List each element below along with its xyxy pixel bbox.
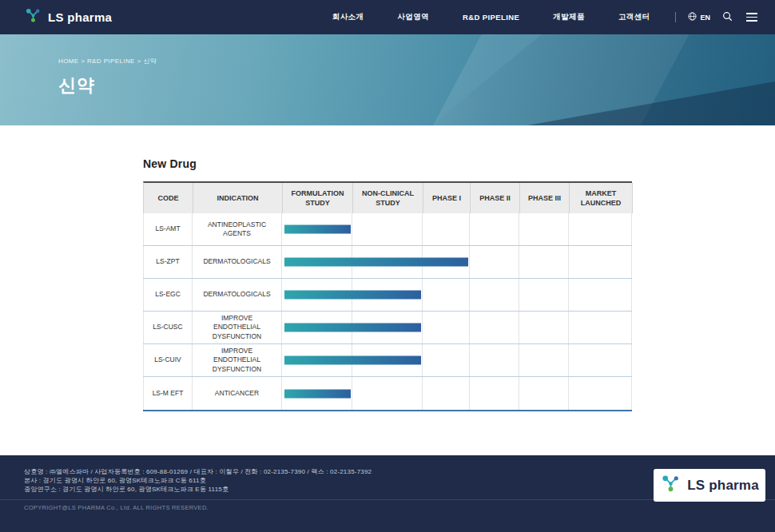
phase-cell xyxy=(470,246,519,278)
indication-cell: IMPROVE ENDOTHELIAL DYSFUNCTION xyxy=(193,344,282,376)
indication-cell: DERMATOLOGICALS xyxy=(193,279,282,311)
indication-cell: ANTICANCER xyxy=(193,377,282,410)
header-logo[interactable]: LS pharma xyxy=(24,6,112,28)
phase-cell xyxy=(569,279,632,311)
progress-bar xyxy=(284,389,351,398)
phase-cell xyxy=(569,246,632,278)
language-button[interactable]: EN xyxy=(688,12,710,22)
main-nav: 회사소개사업영역R&D PIPELINE개발제품고객센터 xyxy=(332,12,650,22)
footer-logo-text: LS pharma xyxy=(687,478,759,494)
nav-item-1[interactable]: 회사소개 xyxy=(332,12,364,22)
indication-cell: IMPROVE ENDOTHELIAL DYSFUNCTION xyxy=(193,312,282,343)
hamburger-icon xyxy=(746,13,757,14)
code-cell: LS-CUSC xyxy=(143,312,193,343)
footer-info-line: 중앙연구소 : 경기도 광명시 하안로 60, 광명SK테크노파크 E동 111… xyxy=(24,485,372,494)
column-header: FORMULATION STUDY xyxy=(283,183,353,213)
code-cell: LS-M EFT xyxy=(143,377,193,410)
globe-icon xyxy=(688,12,697,22)
phase-cell xyxy=(423,344,470,376)
column-header: INDICATION xyxy=(193,183,283,213)
code-cell: LS-CUIV xyxy=(143,344,193,376)
column-header: PHASE II xyxy=(471,183,520,213)
progress-bar xyxy=(284,324,421,332)
footer-copyright: COPYRIGHT@LS PHARMA Co., Ltd. ALL RIGHTS… xyxy=(24,504,209,511)
molecule-logo-icon xyxy=(660,473,682,498)
column-header: PHASE I xyxy=(423,183,471,213)
column-header: CODE xyxy=(144,183,193,213)
column-header: PHASE III xyxy=(520,183,570,213)
phase-cell xyxy=(569,377,632,410)
indication-cell: DERMATOLOGICALS xyxy=(193,246,282,278)
pipeline-table-header: CODEINDICATIONFORMULATION STUDYNON-CLINI… xyxy=(143,181,632,213)
main-content: New Drug CODEINDICATIONFORMULATION STUDY… xyxy=(0,125,775,455)
phase-cell xyxy=(352,377,423,410)
phase-cell xyxy=(352,213,423,245)
phase-cell xyxy=(569,312,632,343)
phase-cell xyxy=(423,312,470,343)
table-row: LS-M EFTANTICANCER xyxy=(143,377,632,410)
progress-bar xyxy=(284,258,468,267)
page-title: 신약 xyxy=(58,73,157,97)
menu-button[interactable] xyxy=(745,11,759,23)
phase-cell xyxy=(470,344,519,376)
progress-bar xyxy=(284,225,351,234)
phase-cell xyxy=(519,377,569,410)
progress-bar xyxy=(284,291,421,300)
indication-cell: ANTINEOPLASTIC AGENTS xyxy=(193,213,282,245)
footer-company-info: 상호명 : ㈜엘에스파마 / 사업자등록번호 : 609-88-01269 / … xyxy=(24,467,372,494)
phase-cell xyxy=(423,213,470,245)
progress-bar xyxy=(284,356,421,365)
phase-cell xyxy=(423,377,470,410)
nav-item-5[interactable]: 고객센터 xyxy=(618,12,650,22)
nav-item-3[interactable]: R&D PIPELINE xyxy=(463,13,519,22)
table-row: LS-ZPTDERMATOLOGICALS xyxy=(143,246,632,279)
nav-item-2[interactable]: 사업영역 xyxy=(397,12,429,22)
table-row: LS-CUIVIMPROVE ENDOTHELIAL DYSFUNCTION xyxy=(143,344,632,377)
hero-banner: HOME > R&D PIPELINE > 신약 신약 xyxy=(0,34,775,125)
phase-cell xyxy=(519,246,569,278)
header-divider xyxy=(675,12,676,22)
phase-cell xyxy=(569,344,632,376)
code-cell: LS-EGC xyxy=(143,279,193,311)
footer-info-line: 상호명 : ㈜엘에스파마 / 사업자등록번호 : 609-88-01269 / … xyxy=(24,467,372,476)
phase-cell xyxy=(519,279,569,311)
table-row: LS-AMTANTINEOPLASTIC AGENTS xyxy=(143,213,632,246)
footer: 상호명 : ㈜엘에스파마 / 사업자등록번호 : 609-88-01269 / … xyxy=(0,455,775,532)
table-row: LS-EGCDERMATOLOGICALS xyxy=(143,279,632,312)
footer-info-line: 본사 : 경기도 광명시 하안로 60, 광명SK테크노파크 C동 611호 xyxy=(24,476,372,485)
phase-cell xyxy=(470,213,519,245)
molecule-logo-icon xyxy=(24,6,42,28)
top-bar: LS pharma 회사소개사업영역R&D PIPELINE개발제품고객센터 E… xyxy=(0,0,775,34)
footer-logo[interactable]: LS pharma xyxy=(654,469,765,502)
search-icon xyxy=(722,10,733,25)
page: LS pharma 회사소개사업영역R&D PIPELINE개발제품고객센터 E… xyxy=(0,0,775,532)
code-cell: LS-AMT xyxy=(143,213,193,245)
phase-cell xyxy=(519,344,569,376)
pipeline-table: CODEINDICATIONFORMULATION STUDYNON-CLINI… xyxy=(143,181,632,411)
phase-cell xyxy=(470,312,519,343)
phase-cell xyxy=(569,213,632,245)
phase-cell xyxy=(423,279,470,311)
column-header: MARKET LAUNCHED xyxy=(570,183,633,213)
section-title: New Drug xyxy=(143,157,197,170)
header-logo-text: LS pharma xyxy=(48,10,112,24)
hero-content: HOME > R&D PIPELINE > 신약 신약 xyxy=(58,57,157,97)
breadcrumb[interactable]: HOME > R&D PIPELINE > 신약 xyxy=(58,57,157,66)
pipeline-table-body: LS-AMTANTINEOPLASTIC AGENTSLS-ZPTDERMATO… xyxy=(143,213,632,411)
nav-item-4[interactable]: 개발제품 xyxy=(553,12,585,22)
table-row: LS-CUSCIMPROVE ENDOTHELIAL DYSFUNCTION xyxy=(143,312,632,344)
language-label: EN xyxy=(700,14,710,22)
phase-cell xyxy=(519,312,569,343)
header-utilities: EN xyxy=(675,10,759,25)
search-button[interactable] xyxy=(722,10,733,25)
column-header: NON-CLINICAL STUDY xyxy=(353,183,423,213)
phase-cell xyxy=(470,377,519,410)
phase-cell xyxy=(470,279,519,311)
phase-cell xyxy=(519,213,569,245)
code-cell: LS-ZPT xyxy=(143,246,193,278)
